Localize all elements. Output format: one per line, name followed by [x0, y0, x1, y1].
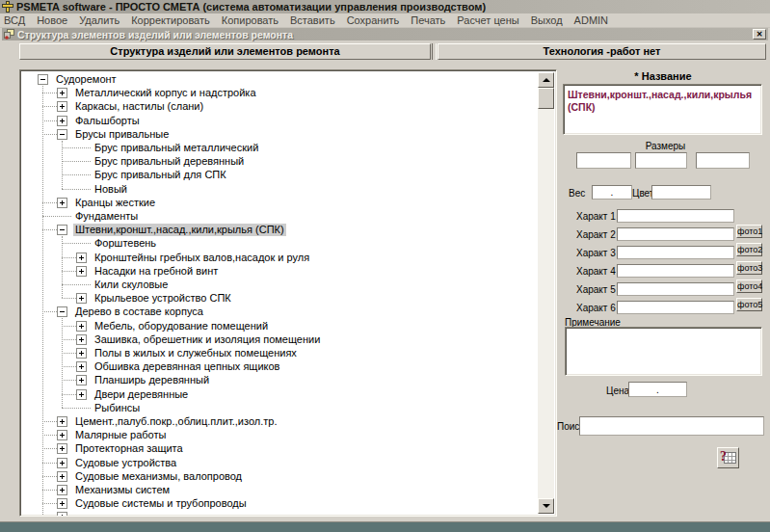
tree-collapse-icon[interactable]: [38, 74, 48, 85]
size-input-1[interactable]: [576, 152, 631, 169]
tree-item-label[interactable]: Форштевень: [93, 237, 158, 250]
scroll-up-button[interactable]: [538, 72, 554, 88]
menu-item-3[interactable]: Удалить: [79, 14, 119, 26]
size-input-2[interactable]: [635, 152, 687, 169]
scrollbar-thumb[interactable]: [538, 88, 554, 109]
tree-item-label[interactable]: Кронштейны гребных валов,насадок и руля: [93, 252, 311, 264]
tree-item-label[interactable]: Рыбинсы: [93, 402, 142, 414]
tree-expand-icon[interactable]: [57, 88, 67, 98]
charact-input-2[interactable]: [617, 227, 734, 241]
tree-item-label[interactable]: Двери деревянные: [93, 388, 190, 401]
tree-expand-icon[interactable]: [57, 512, 67, 516]
weight-input[interactable]: [592, 185, 632, 200]
tree-item-label[interactable]: Протекторная защита: [73, 442, 185, 455]
color-input[interactable]: [651, 185, 711, 200]
charact-input-4[interactable]: [617, 264, 734, 278]
tree-item-label[interactable]: Кили скуловые: [93, 279, 170, 291]
photo-button-1[interactable]: фото1: [736, 225, 762, 238]
tree-expand-icon[interactable]: [57, 416, 67, 427]
tree-item-label[interactable]: Брус привальный металлический: [93, 142, 260, 154]
tree-item-label[interactable]: Судовые механизмы, валопровод: [73, 470, 244, 483]
tree-item-label[interactable]: Планширь деревянный: [93, 374, 211, 386]
tree-expand-icon[interactable]: [57, 471, 67, 482]
tree-collapse-icon[interactable]: [57, 225, 67, 235]
menu-item-8[interactable]: Печать: [411, 14, 445, 26]
tree-connector-stub: [62, 326, 76, 327]
tree-item-label[interactable]: Каркасы, настилы (слани): [73, 100, 205, 113]
tree-item-label[interactable]: Крыльевое устройство СПК: [93, 292, 233, 305]
tree-expand-icon[interactable]: [57, 443, 67, 454]
price-input[interactable]: [628, 382, 687, 397]
tree-item-label[interactable]: Кранцы жесткие: [73, 197, 157, 209]
vertical-scrollbar[interactable]: [538, 72, 554, 514]
tree-collapse-icon[interactable]: [57, 306, 67, 317]
tree-item-label[interactable]: Цемент.,палуб.покр.,облиц.плит.,изол.тр.: [73, 415, 279, 428]
help-button[interactable]: ?: [717, 447, 739, 468]
tree-item-label[interactable]: Дерево в составе корпуса: [73, 306, 205, 318]
charact-input-5[interactable]: [617, 282, 734, 296]
menu-item-9[interactable]: Расчет цены: [457, 14, 518, 26]
tree-expand-icon[interactable]: [76, 321, 87, 332]
photo-button-3[interactable]: фото3: [736, 261, 762, 275]
menu-bar: ВСДНовоеУдалитьКорректироватьКопироватьВ…: [0, 13, 770, 28]
tree-item-label[interactable]: Брусы привальные: [73, 128, 171, 141]
tree-expand-icon[interactable]: [76, 361, 87, 372]
menu-item-11[interactable]: ADMIN: [574, 14, 608, 26]
tree-item-label[interactable]: Судовые устройства: [73, 457, 178, 469]
child-window-titlebar[interactable]: Структура элементов изделий или элементо…: [2, 28, 768, 40]
tree-expand-icon[interactable]: [76, 266, 87, 277]
tree-item-label[interactable]: Брус привальный деревянный: [93, 155, 246, 168]
tree-expand-icon[interactable]: [76, 348, 87, 359]
menu-item-6[interactable]: Вставить: [290, 14, 335, 26]
tree-expand-icon[interactable]: [76, 293, 87, 304]
tree-expand-icon[interactable]: [57, 485, 67, 495]
tab-structure[interactable]: Структура изделий или элементов ремонта: [19, 43, 431, 60]
tree-expand-icon[interactable]: [57, 458, 67, 468]
photo-button-2[interactable]: фото2: [736, 243, 762, 256]
tree-item-label[interactable]: Брус привальный для СПК: [93, 169, 228, 181]
tab-technology[interactable]: Технология -работ нет: [438, 43, 766, 60]
tree-expand-icon[interactable]: [76, 253, 87, 263]
menu-item-7[interactable]: Сохранить: [347, 14, 400, 26]
charact-input-6[interactable]: [617, 301, 734, 314]
tree-item-label[interactable]: Фальшборты: [73, 115, 142, 127]
tree-expand-icon[interactable]: [57, 116, 67, 126]
tree-item-label[interactable]: Механизмы систем: [73, 484, 172, 496]
menu-item-1[interactable]: ВСД: [4, 14, 25, 26]
tree-item-label[interactable]: Полы в жилых и служебных помещениях: [93, 347, 299, 359]
tree-expand-icon[interactable]: [57, 430, 67, 440]
tree-connector-stub: [42, 311, 57, 312]
tree-expand-icon[interactable]: [76, 375, 87, 386]
tree-expand-icon[interactable]: [57, 498, 67, 509]
tree-item-label[interactable]: Насадки на гребной винт: [93, 265, 220, 278]
tree-item-label[interactable]: Малярные работы: [73, 429, 168, 441]
photo-button-4[interactable]: фото4: [736, 279, 762, 293]
tree-collapse-icon[interactable]: [57, 129, 67, 140]
tree-item-label[interactable]: Металлический корпус и надстройка: [73, 87, 258, 99]
charact-input-1[interactable]: [617, 209, 734, 223]
menu-item-5[interactable]: Копировать: [222, 14, 279, 26]
tree-item-label[interactable]: Судовые системы и трубопроводы: [73, 497, 249, 510]
tree-item-label[interactable]: Судоремонт: [54, 73, 119, 86]
charact-input-3[interactable]: [617, 246, 734, 259]
tree-expand-icon[interactable]: [76, 389, 87, 400]
tree-item-label[interactable]: Штевни,кроншт.,насад.,кили,крылья (СПК): [73, 224, 286, 236]
tree-item-label[interactable]: Обшивка деревянная цепных ящиков: [93, 360, 281, 373]
note-textarea[interactable]: [565, 327, 762, 376]
search-input[interactable]: [579, 416, 764, 436]
tree-item-label[interactable]: Зашивка, обрешетник и изоляция помещении: [93, 333, 322, 346]
name-display-box[interactable]: Штевни,кроншт.,насад.,кили,крылья (СПК): [563, 84, 762, 135]
photo-button-5[interactable]: фото5: [736, 298, 762, 311]
tree-expand-icon[interactable]: [57, 198, 67, 208]
tree-item-label[interactable]: Мебель, оборудование помещений: [93, 320, 270, 332]
size-input-3[interactable]: [696, 152, 750, 169]
tree-expand-icon[interactable]: [57, 101, 67, 112]
menu-item-10[interactable]: Выход: [531, 14, 563, 26]
tree-expand-icon[interactable]: [76, 334, 87, 345]
menu-item-4[interactable]: Корректировать: [131, 14, 210, 26]
scroll-down-button[interactable]: [538, 498, 554, 514]
close-icon[interactable]: ✕: [753, 29, 766, 40]
tree-item-label[interactable]: Фундаменты: [73, 210, 140, 223]
menu-item-2[interactable]: Новое: [37, 14, 67, 26]
tree-item-label[interactable]: Новый: [93, 183, 129, 196]
